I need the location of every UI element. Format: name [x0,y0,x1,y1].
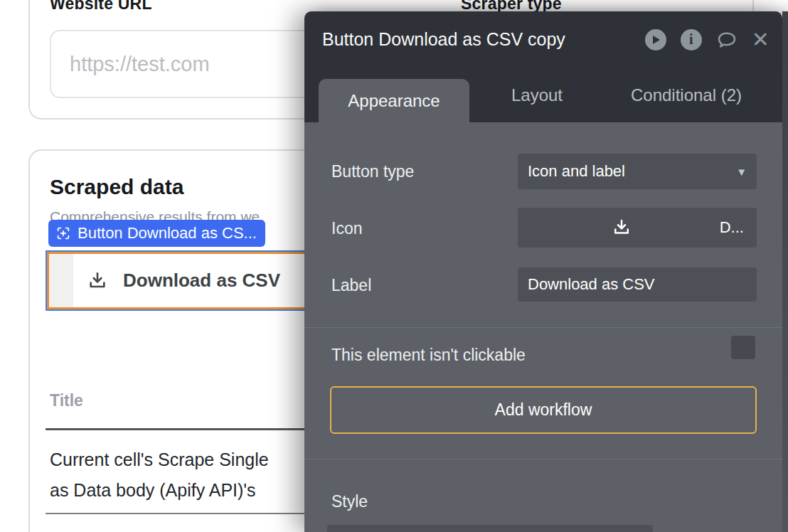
icon-label: Icon [331,219,362,238]
table-row-divider [46,513,309,514]
comment-icon[interactable] [716,29,738,50]
label-label: Label [331,276,371,295]
selection-badge-label: Button Download as CS... [78,224,257,243]
expand-plus-icon [55,225,71,241]
selected-canvas-button[interactable]: Download as CSV [46,250,310,311]
not-clickable-note: This element isn't clickable [331,346,526,365]
chevron-down-icon: ▼ [736,166,747,178]
panel-header-icons: i ✕ [645,29,770,50]
download-csv-button-label: Download as CSV [123,270,280,292]
clickable-checkbox[interactable] [731,336,755,359]
style-dropdown-partial[interactable] [327,525,653,532]
panel-header: Button Download as CSV copy i ✕ [304,11,782,68]
tab-conditional[interactable]: Conditional (2) [605,68,768,122]
icon-picker[interactable]: D... [518,208,757,248]
download-csv-button[interactable]: Download as CSV [47,252,309,309]
panel-title: Button Download as CSV copy [322,29,645,50]
add-workflow-button[interactable]: Add workflow [330,386,757,434]
divider [304,327,782,328]
scraped-data-title: Scraped data [50,175,183,199]
table-column-header: Title [50,391,83,410]
info-icon[interactable]: i [681,29,702,50]
element-selection-badge[interactable]: Button Download as CS... [48,220,265,247]
download-icon [86,270,109,292]
table-header-divider [46,428,309,430]
button-type-dropdown[interactable]: Icon and label ▼ [518,154,757,189]
style-section-label: Style [331,492,368,511]
table-cell-text-line1: Current cell's Scrape Single [50,449,269,470]
shadowed-page-strip [782,11,788,532]
website-url-label: Website URL [50,0,152,14]
property-editor-panel: Button Download as CSV copy i ✕ Appearan… [304,11,782,532]
download-icon [611,217,632,238]
panel-tabbar: Appearance Layout Conditional (2) [304,68,782,122]
icon-picker-value: D... [720,218,744,237]
tab-layout[interactable]: Layout [469,68,605,122]
button-type-label: Button type [331,162,414,181]
close-icon[interactable]: ✕ [752,29,770,50]
tab-appearance[interactable]: Appearance [319,79,469,122]
label-input[interactable] [518,267,757,302]
divider [304,459,782,459]
play-icon[interactable] [645,29,666,50]
table-cell-text-line2: as Data body (Apify API)'s [50,480,256,501]
button-type-value: Icon and label [528,162,736,181]
